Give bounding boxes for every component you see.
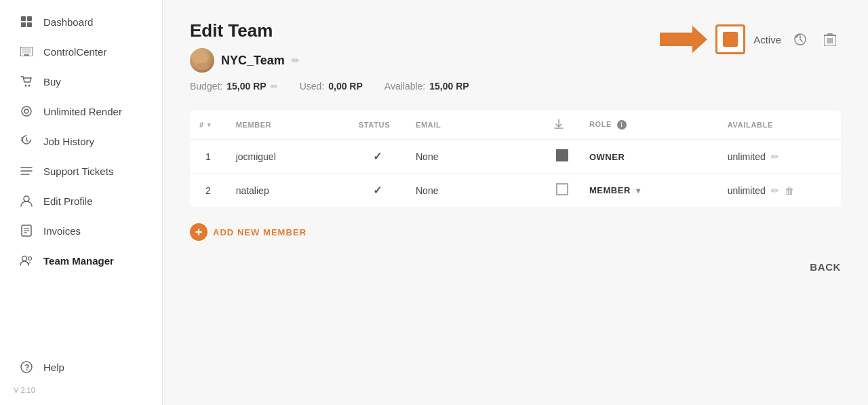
active-toggle-inner [723,32,738,47]
sidebar-item-support-tickets[interactable]: Support Tickets [5,157,157,185]
sidebar-label-invoices: Invoices [43,225,81,237]
svg-point-20 [28,257,32,261]
add-circle-icon: + [190,223,208,241]
buy-icon [19,74,34,89]
available-value: unlimited [728,151,766,162]
history-button[interactable] [789,28,811,50]
sidebar-item-buy[interactable]: Buy [5,67,157,96]
row1-num: 1 [190,140,226,174]
row2-status: ✓ [349,174,406,208]
dropdown-arrow-icon: ▼ [635,187,642,195]
add-member-row[interactable]: + ADD NEW MEMBER [190,223,841,241]
available-item: Available: 15,00 RP [384,81,469,92]
team-name-edit-icon[interactable]: ✏ [292,55,300,66]
check-icon: ✓ [373,151,382,162]
row2-dl [545,174,580,208]
sidebar-label-unlimited-render: Unlimited Render [43,106,122,117]
svg-point-14 [24,196,29,201]
budget-value: 15,00 RP [226,81,266,92]
row2-member: nataliep [226,174,349,208]
available-value: unlimited [728,185,766,196]
sidebar-label-help: Help [43,362,64,373]
team-manager-icon [19,253,34,268]
row2-available: unlimited ✏ 🗑 [718,174,841,208]
sidebar-label-dashboard: Dashboard [43,16,93,28]
sidebar-label-team-manager: Team Manager [43,255,114,267]
sidebar-label-job-history: Job History [43,136,94,147]
svg-rect-1 [27,16,32,21]
col-header-member: MEMBER [226,111,349,140]
version-label: V 2.10 [0,382,162,398]
sidebar-item-control-center[interactable]: ControlCenter [5,37,157,66]
job-history-icon [19,134,34,149]
col-header-email: EMAIL [406,111,545,140]
available-row: unlimited ✏ [728,151,831,162]
col-header-status: STATUS [349,111,406,140]
header-right: Active [660,24,841,54]
edit-available-icon[interactable]: ✏ [771,185,779,196]
num-sort: # ▼ [199,121,212,129]
members-table: # ▼ MEMBER STATUS EMAIL [190,111,841,207]
page-header-left: Edit Team NYC_Team ✏ [190,20,300,73]
help-icon: ? [19,360,34,374]
delete-team-button[interactable] [819,28,841,50]
row1-member: jocmiguel [226,140,349,174]
row2-num: 2 [190,174,226,208]
col-header-num[interactable]: # ▼ [190,111,226,140]
used-label: Used: [300,81,325,92]
invoices-icon [19,223,34,238]
arrow-annotation [660,24,707,54]
page-header: Edit Team NYC_Team ✏ Active [190,20,841,73]
unlimited-render-icon [19,104,34,119]
main-content: Edit Team NYC_Team ✏ Active [163,0,868,405]
delete-member-icon[interactable]: 🗑 [785,185,794,196]
table-row: 2 nataliep ✓ None MEMBER ▼ unli [190,174,841,208]
back-button[interactable]: BACK [810,261,841,273]
control-center-icon [19,44,34,59]
edit-available-icon[interactable]: ✏ [771,151,779,162]
row1-role: OWNER [580,140,718,174]
add-member-label: ADD NEW MEMBER [213,227,307,237]
active-status-label: Active [753,34,781,45]
dl-filled-icon[interactable] [556,149,568,161]
role-label: MEMBER [589,185,631,195]
svg-rect-0 [21,16,26,21]
sidebar-label-control-center: ControlCenter [43,46,106,58]
role-dropdown[interactable]: MEMBER ▼ [589,185,709,195]
sidebar-item-dashboard[interactable]: Dashboard [5,7,157,36]
sidebar-item-invoices[interactable]: Invoices [5,216,157,245]
check-icon: ✓ [373,185,382,196]
budget-row: Budget: 15,00 RP ✏ Used: 0,00 RP Availab… [190,81,841,92]
table-row: 1 jocmiguel ✓ None OWNER unlimited ✏ [190,140,841,174]
row1-email: None [406,140,545,174]
sidebar-label-support-tickets: Support Tickets [43,166,113,177]
budget-item: Budget: 15,00 RP ✏ [190,81,278,92]
svg-point-10 [24,109,28,113]
avatar [190,48,214,73]
sort-arrow-icon: ▼ [206,121,213,128]
table-header-row: # ▼ MEMBER STATUS EMAIL [190,111,841,140]
svg-marker-23 [660,26,707,53]
available-row: unlimited ✏ 🗑 [728,185,831,196]
col-header-download [545,111,580,140]
row1-available: unlimited ✏ [718,140,841,174]
row1-dl [545,140,580,174]
sidebar-item-unlimited-render[interactable]: Unlimited Render [5,97,157,126]
dashboard-icon [19,14,34,29]
used-item: Used: 0,00 RP [300,81,363,92]
back-row: BACK [190,261,841,273]
dl-empty-icon[interactable] [556,183,568,195]
budget-edit-icon[interactable]: ✏ [271,81,278,92]
sidebar-item-job-history[interactable]: Job History [5,127,157,155]
svg-text:?: ? [24,363,29,372]
svg-point-9 [22,107,31,116]
row1-status: ✓ [349,140,406,174]
sidebar-item-team-manager[interactable]: Team Manager [5,246,157,275]
sidebar-item-help[interactable]: ? Help [5,353,157,381]
page-title: Edit Team [190,20,300,41]
svg-rect-6 [24,54,29,56]
available-label: Available: [384,81,425,92]
role-info-icon[interactable]: i [617,120,627,130]
active-toggle-button[interactable] [715,24,745,54]
sidebar-item-edit-profile[interactable]: Edit Profile [5,187,157,215]
